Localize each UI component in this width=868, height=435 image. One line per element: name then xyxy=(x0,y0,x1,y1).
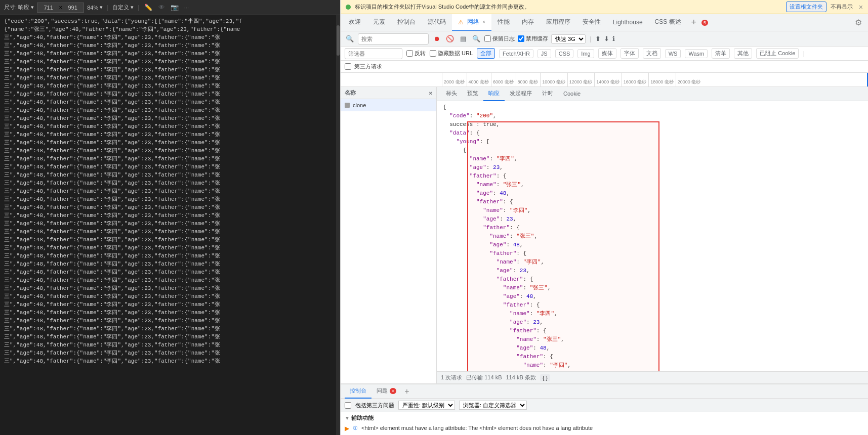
eye-icon[interactable]: 👁 xyxy=(156,3,167,13)
filter-all-button[interactable]: 全部 xyxy=(477,48,495,59)
filter-icon[interactable]: ▤ xyxy=(458,34,468,44)
pen-icon[interactable]: ✏️ xyxy=(143,3,153,13)
screenshot-icon[interactable]: 📷 xyxy=(170,3,180,13)
tab-network-close-icon[interactable]: × xyxy=(482,19,485,25)
tab-network[interactable]: ⚠ 网络 × xyxy=(452,14,491,31)
resource-size: 114 kB 条款 xyxy=(506,374,536,381)
clear-button[interactable]: 🚫 xyxy=(445,34,455,44)
filter-blocked-cookie-button[interactable]: 已阻止 Cookie xyxy=(756,48,799,59)
width-input[interactable] xyxy=(39,5,57,11)
filter-img-button[interactable]: Img xyxy=(577,49,594,58)
console-tab-issues[interactable]: 问题 × xyxy=(371,384,401,399)
filter-search-input[interactable] xyxy=(348,51,399,57)
json-line: "young": [ xyxy=(437,138,868,146)
detail-tab-initiator[interactable]: 发起程序 xyxy=(505,87,537,101)
info-icon[interactable]: ℹ xyxy=(612,35,615,42)
filter-doc-button[interactable]: 文档 xyxy=(643,48,661,59)
tab-elements[interactable]: 元素 xyxy=(367,14,391,31)
tab-sources[interactable]: 源代码 xyxy=(422,14,452,31)
detail-tab-preview[interactable]: 预览 xyxy=(462,87,483,101)
issues-count-badge: × xyxy=(390,388,396,394)
third-party-checkbox[interactable] xyxy=(345,63,351,70)
json-line: "age": 23, xyxy=(437,215,868,224)
scrollbar-thumb[interactable] xyxy=(337,25,340,56)
json-line: "name": "张三", xyxy=(437,181,868,189)
height-input[interactable] xyxy=(64,5,81,11)
console-options-row: 包括第三方问题 严重性: 默认级别 浏览器: 自定义筛选器 xyxy=(341,399,868,412)
detail-tab-response[interactable]: 响应 xyxy=(483,87,505,101)
tab-memory[interactable]: 内存 xyxy=(516,14,540,31)
detail-content[interactable]: { "code": "200", success : true, "data":… xyxy=(437,101,868,371)
search-icon[interactable]: 🔍 xyxy=(471,34,481,44)
zoom-selector[interactable]: 84% ▾ xyxy=(87,4,103,11)
tab-application[interactable]: 应用程序 xyxy=(540,14,576,31)
tab-css-overview[interactable]: CSS 概述 xyxy=(649,14,687,31)
set-root-folder-button[interactable]: 设置根文件夹 xyxy=(786,2,826,12)
request-list-close-icon[interactable]: × xyxy=(429,90,432,96)
disable-cache-group: 禁用缓存 xyxy=(518,35,548,42)
json-format-badge[interactable]: { } xyxy=(540,374,550,381)
editor-content[interactable]: {"code":"200","success":true,"data":{"yo… xyxy=(0,15,340,435)
devtools-settings-icon[interactable]: ⚙ xyxy=(851,18,866,27)
notification-status-dot xyxy=(346,5,351,10)
tab-performance[interactable]: 性能 xyxy=(491,14,516,31)
vertical-scrollbar[interactable] xyxy=(336,15,340,435)
tick-2000: 2000 毫秒 xyxy=(442,73,467,86)
console-tab-console[interactable]: 控制台 xyxy=(345,384,371,399)
invert-checkbox[interactable] xyxy=(406,50,413,57)
console-tab-issues-label: 问题 xyxy=(377,387,388,395)
filter-manifest-button[interactable]: 清单 xyxy=(712,48,730,59)
filter-other-button[interactable]: 其他 xyxy=(734,48,752,59)
hide-data-urls-group: 隐藏数据 URL xyxy=(430,50,473,57)
tab-welcome[interactable]: 欢迎 xyxy=(343,14,367,31)
dimension-inputs: × xyxy=(37,3,84,13)
close-notification-icon[interactable]: × xyxy=(859,3,863,11)
record-button[interactable]: ⏺ xyxy=(432,34,442,44)
throttle-select[interactable]: 快速 3G xyxy=(551,34,586,44)
disable-cache-checkbox[interactable] xyxy=(518,35,524,42)
add-tab-button[interactable]: + xyxy=(687,17,701,28)
filter-media-button[interactable]: 媒体 xyxy=(598,48,616,59)
detail-tab-headers[interactable]: 标头 xyxy=(441,87,462,101)
filter-css-button[interactable]: CSS xyxy=(555,49,574,58)
code-line: {"name":"张三","age":48,"father":{"name":"… xyxy=(0,25,340,33)
code-line: 三","age":48,"father":{"name":"李四","age":… xyxy=(0,284,340,292)
tab-security[interactable]: 安全性 xyxy=(576,14,607,31)
status-bar: 1 次请求 已传输 114 kB 114 kB 条款 { } xyxy=(437,371,868,383)
network-search-input[interactable] xyxy=(361,36,412,42)
json-line: success : true, xyxy=(437,120,868,129)
tab-console[interactable]: 控制台 xyxy=(391,14,422,31)
tab-lighthouse[interactable]: Lighthouse xyxy=(607,14,649,31)
upload-icon[interactable]: ⬆ xyxy=(595,35,601,42)
preserve-log-checkbox[interactable] xyxy=(484,35,491,42)
filter-wasm-button[interactable]: Wasm xyxy=(685,49,708,58)
download-icon[interactable]: ⬇ xyxy=(604,35,609,42)
filter-js-button[interactable]: JS xyxy=(538,49,551,58)
size-selector[interactable]: 尺寸: 响应 ▾ xyxy=(4,4,34,11)
dismiss-button[interactable]: 不再显示 xyxy=(831,3,853,11)
severity-select[interactable]: 严重性: 默认级别 xyxy=(398,401,455,410)
accessibility-expand-icon[interactable]: ▼ xyxy=(345,415,350,421)
detail-tab-cookies[interactable]: Cookie xyxy=(558,87,586,101)
search-toggle-icon[interactable]: 🔍 xyxy=(345,34,355,44)
timeline-area: 2000 毫秒 4000 毫秒 6000 毫秒 8000 毫秒 10000 毫秒… xyxy=(341,73,868,87)
code-line: 三","age":48,"father":{"name":"李四","age":… xyxy=(0,171,340,179)
json-line: "data": { xyxy=(437,129,868,138)
browser-select[interactable]: 浏览器: 自定义筛选器 xyxy=(459,401,527,410)
detail-tab-initiator-label: 发起程序 xyxy=(510,90,532,97)
code-line: 三","age":48,"father":{"name":"李四","age":… xyxy=(0,309,340,317)
code-line: 三","age":48,"father":{"name":"李四","age":… xyxy=(0,268,340,276)
code-line: 三","age":48,"father":{"name":"李四","age":… xyxy=(0,317,340,325)
add-console-tab-button[interactable]: + xyxy=(401,387,412,396)
zoom-chevron-icon: ▾ xyxy=(100,4,103,11)
custom-selector[interactable]: 自定义 ▾ xyxy=(112,4,134,11)
filter-font-button[interactable]: 字体 xyxy=(621,48,639,59)
hide-data-urls-checkbox[interactable] xyxy=(430,50,436,57)
request-item-clone[interactable]: clone xyxy=(341,99,436,111)
issue-number: ① xyxy=(351,425,359,431)
include-third-party-checkbox[interactable] xyxy=(345,402,351,409)
filter-fetch-xhr-button[interactable]: Fetch/XHR xyxy=(499,49,533,58)
filter-ws-button[interactable]: WS xyxy=(665,49,681,58)
detail-tab-timing[interactable]: 计时 xyxy=(537,87,558,101)
code-line: 三","age":48,"father":{"name":"李四","age":… xyxy=(0,252,340,260)
